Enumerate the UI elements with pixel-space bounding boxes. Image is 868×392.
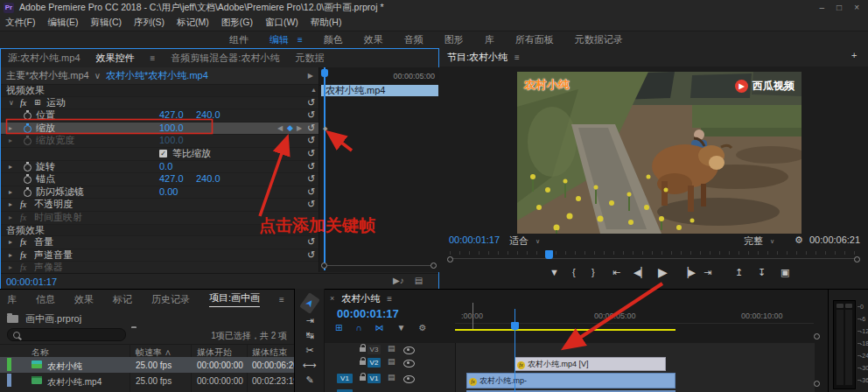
- menu-item-3[interactable]: 序列(S): [134, 17, 164, 29]
- menu-item-4[interactable]: 标记(M): [177, 17, 209, 29]
- scroll-up-arrow-icon[interactable]: ▲: [311, 87, 317, 93]
- stopwatch-icon[interactable]: [24, 137, 32, 145]
- play-button[interactable]: ▶: [658, 265, 668, 279]
- nest-icon[interactable]: ⊞: [335, 323, 342, 332]
- effect-controls-tab-0[interactable]: 源:农村小纯.mp4: [8, 52, 80, 65]
- workspace-tab-5[interactable]: 图形: [444, 33, 464, 46]
- workspace-tab-7[interactable]: 所有面板: [515, 33, 554, 46]
- stopwatch-icon[interactable]: [24, 176, 32, 184]
- reset-parameter-icon[interactable]: ↺: [307, 97, 315, 109]
- menu-item-1[interactable]: 编辑(E): [47, 17, 78, 29]
- sync-lock-icon[interactable]: ▤: [388, 344, 396, 353]
- track-lock-icon[interactable]: [360, 360, 366, 365]
- param-value[interactable]: 100.0: [159, 122, 194, 135]
- scrubber-track[interactable]: [450, 258, 858, 259]
- lane-time-ruler[interactable]: 00:00:05:00: [319, 67, 440, 86]
- lane-scrollbar[interactable]: [323, 265, 435, 266]
- razor-tool[interactable]: ✂: [301, 344, 318, 357]
- timeline-ruler[interactable]: :00:0000:00:05:0000:00:10:00: [455, 309, 814, 324]
- clip-V2[interactable]: fx农村小纯.mp4 [V]: [514, 357, 666, 371]
- project-tab-2[interactable]: 效果: [74, 293, 94, 306]
- param-value[interactable]: 0.0: [159, 161, 194, 173]
- go-to-in-button[interactable]: ⇤: [612, 267, 620, 278]
- param-value[interactable]: 100.0: [159, 135, 194, 147]
- step-back-button[interactable]: ◀▏: [634, 267, 648, 278]
- expander-icon[interactable]: ∨: [9, 97, 14, 109]
- item-name[interactable]: 农村小纯: [47, 360, 82, 373]
- stopwatch-icon[interactable]: [24, 189, 32, 197]
- mark-in-button[interactable]: {: [572, 267, 576, 277]
- add-keyframe-icon[interactable]: ◆: [287, 122, 293, 135]
- stopwatch-icon[interactable]: [24, 164, 32, 172]
- uniform-scale-checkbox[interactable]: ✓: [159, 150, 167, 158]
- tab-program-monitor[interactable]: 节目:农村小纯: [447, 51, 508, 64]
- param-value[interactable]: 427.0: [159, 109, 194, 122]
- param-value[interactable]: 0.00: [159, 186, 194, 199]
- param-value[interactable]: 240.0: [196, 109, 231, 122]
- reset-parameter-icon[interactable]: ↺: [307, 236, 315, 248]
- reset-parameter-icon[interactable]: ↺: [307, 148, 315, 160]
- param-name-label[interactable]: 缩放宽度: [36, 135, 74, 147]
- effect-name-label[interactable]: 音量: [34, 236, 53, 248]
- workspace-tab-0[interactable]: 组件: [229, 33, 248, 46]
- param-value[interactable]: 427.0: [159, 173, 194, 186]
- play-audio-icon[interactable]: ▶♪: [393, 276, 404, 285]
- param-name-label[interactable]: 旋转: [36, 161, 55, 173]
- panel-menu-icon[interactable]: ≡: [387, 294, 392, 304]
- button-editor-plus[interactable]: +: [851, 50, 857, 60]
- lane-playhead-line[interactable]: [324, 67, 326, 270]
- workspace-tab-4[interactable]: 音频: [404, 33, 424, 46]
- lane-clip-bar[interactable]: 农村小纯.mp4: [321, 85, 438, 96]
- project-tab-3[interactable]: 标记: [113, 293, 132, 306]
- param-name-label[interactable]: 防闪烁滤镜: [36, 186, 84, 199]
- reset-parameter-icon[interactable]: ↺: [307, 186, 315, 199]
- track-lock-icon[interactable]: [360, 376, 366, 381]
- export-frame-button[interactable]: ▣: [780, 267, 789, 278]
- effect-controls-tab-3[interactable]: 元数据: [295, 52, 324, 65]
- clip-V1[interactable]: fx农村小纯.mp-: [466, 373, 676, 388]
- effect-name-label[interactable]: 运动: [46, 97, 66, 109]
- menu-item-6[interactable]: 窗口(W): [265, 17, 298, 29]
- timeline-vertical-scrollbar[interactable]: [814, 309, 821, 392]
- project-tab-0[interactable]: 库: [7, 293, 17, 306]
- expander-icon[interactable]: ▸: [9, 262, 12, 274]
- timeline-settings-icon[interactable]: ⚙: [418, 323, 426, 332]
- project-tab-4[interactable]: 历史记录: [151, 293, 190, 306]
- effect-controls-tab-1[interactable]: 效果控件: [96, 52, 135, 65]
- chevron-down-icon[interactable]: ∨: [94, 71, 101, 80]
- source-patch-V1[interactable]: V1: [337, 374, 353, 383]
- lift-button[interactable]: ↥: [735, 267, 743, 278]
- reset-parameter-icon[interactable]: ↺: [307, 173, 315, 186]
- track-label-V3[interactable]: V3: [368, 345, 381, 354]
- effect-name-label[interactable]: 声像器: [34, 262, 63, 274]
- menu-item-2[interactable]: 剪辑(C): [90, 17, 122, 29]
- project-tab-5[interactable]: 项目:画中画: [209, 291, 260, 307]
- ripple-edit-tool[interactable]: ↹: [301, 329, 318, 342]
- expander-icon[interactable]: ▸: [9, 236, 12, 248]
- previous-keyframe-icon[interactable]: ◀: [277, 122, 283, 135]
- sync-lock-icon[interactable]: ▤: [388, 357, 396, 366]
- effect-controls-tab-2[interactable]: 音频剪辑混合器:农村小纯: [171, 52, 279, 65]
- param-name-label[interactable]: 缩放: [36, 122, 55, 135]
- extract-button[interactable]: ↧: [758, 267, 766, 278]
- settings-wrench-icon[interactable]: ⚙: [794, 234, 803, 246]
- expander-icon[interactable]: ▸: [9, 122, 12, 135]
- linked-selection-icon[interactable]: ⋈: [375, 323, 384, 332]
- workspace-tab-3[interactable]: 效果: [364, 33, 383, 46]
- label-color-chip[interactable]: [7, 358, 11, 371]
- track-label-V1[interactable]: V1: [368, 374, 381, 383]
- mark-out-button[interactable]: }: [592, 267, 595, 277]
- close-button[interactable]: ×: [854, 3, 859, 12]
- zoom-level-select[interactable]: 适合∨: [509, 234, 540, 248]
- add-marker-icon[interactable]: ▼: [397, 323, 406, 332]
- param-name-label[interactable]: 锚点: [36, 173, 55, 186]
- menu-item-0[interactable]: 文件(F): [5, 17, 35, 29]
- slip-tool[interactable]: ⟷: [301, 359, 318, 372]
- panel-menu-icon[interactable]: ≡: [514, 52, 520, 62]
- track-output-eye-icon[interactable]: [403, 346, 415, 354]
- sync-lock-icon[interactable]: ▤: [388, 373, 396, 382]
- reset-parameter-icon[interactable]: ↺: [307, 135, 315, 147]
- panel-menu-icon[interactable]: ≡: [150, 53, 156, 63]
- new-search-folder-button[interactable]: [131, 328, 145, 340]
- effect-controls-timecode[interactable]: 00:00:01:17: [6, 276, 57, 287]
